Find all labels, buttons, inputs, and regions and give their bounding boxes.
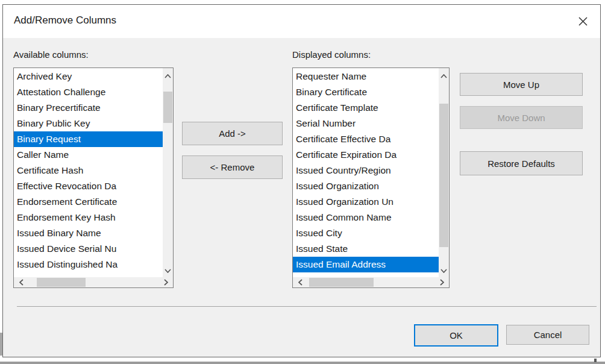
list-item[interactable]: Issued Device Serial Nu	[14, 241, 163, 257]
chevron-down-icon	[165, 265, 171, 275]
cancel-button[interactable]: Cancel	[506, 325, 589, 345]
close-button[interactable]	[571, 10, 594, 32]
move-up-button[interactable]: Move Up	[460, 73, 583, 96]
scroll-right-button[interactable]	[158, 277, 173, 287]
background-artifact	[594, 359, 597, 362]
close-icon	[578, 16, 588, 27]
chevron-right-icon	[440, 277, 444, 288]
horizontal-scrollbar-thumb[interactable]	[309, 278, 374, 287]
horizontal-scrollbar[interactable]	[14, 277, 173, 287]
screen: Add/Remove Columns Available columns: Di…	[0, 0, 605, 364]
scroll-up-button[interactable]	[439, 68, 449, 83]
list-item[interactable]: Issued Distinguished Na	[14, 257, 163, 272]
scroll-down-button[interactable]	[163, 263, 173, 277]
list-item[interactable]: Issued Binary Name	[14, 225, 163, 241]
ok-button[interactable]: OK	[414, 324, 498, 347]
vertical-scrollbar[interactable]	[439, 68, 449, 277]
list-item[interactable]: Certificate Hash	[14, 163, 163, 178]
list-item[interactable]: Endorsement Certificate	[14, 194, 163, 210]
scroll-down-button[interactable]	[439, 263, 449, 277]
list-item[interactable]: Serial Number	[293, 116, 439, 131]
list-item[interactable]: Binary Public Key	[14, 116, 163, 131]
list-item[interactable]: Archived Key	[14, 69, 163, 84]
divider	[17, 306, 597, 307]
available-columns-items: Archived KeyAttestation ChallengeBinary …	[14, 69, 163, 277]
scroll-left-button[interactable]	[14, 277, 28, 287]
list-item[interactable]: Certificate Effective Da	[293, 131, 439, 147]
available-columns-label: Available columns:	[13, 49, 89, 60]
list-item[interactable]: Certificate Template	[293, 100, 439, 116]
vertical-scrollbar-thumb[interactable]	[163, 92, 172, 123]
remove-button[interactable]: <- Remove	[182, 155, 283, 179]
list-item[interactable]: Issued Organization Un	[293, 194, 439, 210]
list-item[interactable]: Endorsement Key Hash	[14, 210, 163, 225]
chevron-right-icon	[164, 277, 168, 288]
list-item[interactable]: Issued Common Name	[293, 210, 439, 225]
dialog-title: Add/Remove Columns	[14, 14, 116, 27]
displayed-columns-items: Requester NameBinary CertificateCertific…	[293, 69, 439, 277]
list-item[interactable]: Issued Organization	[293, 178, 439, 194]
dialog-titlebar: Add/Remove Columns	[3, 5, 600, 38]
chevron-up-icon	[165, 70, 171, 81]
list-item[interactable]: Attestation Challenge	[14, 84, 163, 100]
horizontal-scrollbar[interactable]	[293, 277, 449, 287]
displayed-columns-label: Displayed columns:	[292, 49, 371, 60]
list-item[interactable]: Binary Certificate	[293, 84, 439, 100]
scroll-up-button[interactable]	[163, 68, 173, 83]
list-item[interactable]: Issued State	[293, 241, 439, 257]
list-item[interactable]: Requester Name	[293, 69, 439, 84]
add-remove-columns-dialog: Add/Remove Columns Available columns: Di…	[2, 4, 601, 357]
add-button[interactable]: Add ->	[182, 122, 283, 145]
move-down-button[interactable]: Move Down	[460, 106, 583, 129]
list-item[interactable]: Issued Country/Region	[293, 163, 439, 178]
scroll-left-button[interactable]	[293, 277, 307, 287]
chevron-up-icon	[440, 70, 447, 81]
available-columns-listbox[interactable]: Archived KeyAttestation ChallengeBinary …	[13, 67, 174, 288]
restore-defaults-button[interactable]: Restore Defaults	[460, 151, 583, 175]
vertical-scrollbar[interactable]	[163, 68, 173, 277]
list-item[interactable]: Caller Name	[14, 147, 163, 163]
displayed-columns-listbox[interactable]: Requester NameBinary CertificateCertific…	[292, 67, 450, 288]
list-item[interactable]: Certificate Expiration Da	[293, 147, 439, 163]
vertical-scrollbar-thumb[interactable]	[439, 104, 448, 247]
chevron-left-icon	[19, 277, 24, 288]
list-item[interactable]: Binary Precertificate	[14, 100, 163, 116]
list-item[interactable]: Effective Revocation Da	[14, 178, 163, 194]
chevron-left-icon	[298, 277, 302, 288]
list-item[interactable]: Issued Email Address	[293, 257, 439, 272]
list-item[interactable]: Issued City	[293, 225, 439, 241]
scroll-right-button[interactable]	[434, 277, 449, 287]
list-item[interactable]: Binary Request	[14, 131, 163, 147]
chevron-down-icon	[440, 265, 447, 275]
horizontal-scrollbar-thumb[interactable]	[37, 278, 86, 287]
background-window-top	[0, 362, 605, 364]
